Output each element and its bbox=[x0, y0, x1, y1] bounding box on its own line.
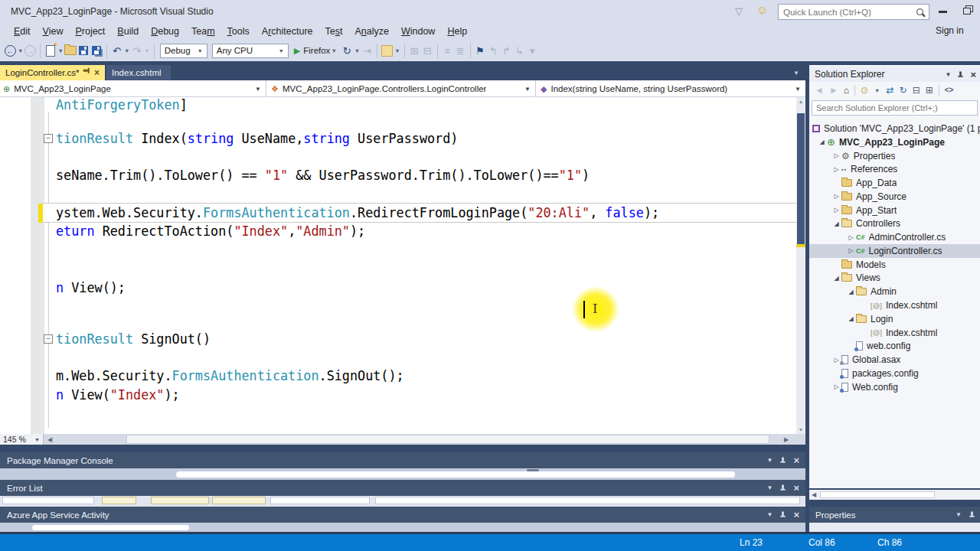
clear-bookmarks-icon[interactable]: ↳ bbox=[513, 44, 526, 57]
minimize-button[interactable] bbox=[939, 11, 947, 13]
tree-item-index-cshtml[interactable]: [@]Index.cshtml bbox=[809, 326, 980, 340]
close-tab-icon[interactable]: × bbox=[94, 68, 100, 77]
expand-arrow-icon[interactable]: ▷ bbox=[831, 152, 841, 159]
solution-configuration-dropdown[interactable]: Debug▼ bbox=[160, 44, 207, 58]
menu-team[interactable]: Team bbox=[185, 23, 221, 40]
expand-arrow-icon[interactable]: ▷ bbox=[846, 247, 856, 254]
expand-arrow-icon[interactable]: ▷ bbox=[831, 166, 841, 173]
undo-icon[interactable]: ↶ bbox=[110, 44, 123, 57]
tree-item-models[interactable]: Models bbox=[809, 258, 980, 272]
tree-item-controllers[interactable]: ◢Controllers bbox=[809, 217, 980, 230]
window-position-icon[interactable]: ▼ bbox=[766, 511, 773, 518]
collapse-all-icon[interactable]: ⊟ bbox=[913, 86, 920, 95]
expand-arrow-icon[interactable]: ▷ bbox=[831, 207, 841, 214]
menu-debug[interactable]: Debug bbox=[145, 23, 185, 40]
solution-explorer-search-input[interactable] bbox=[812, 103, 977, 112]
dropdown-arrow-icon[interactable]: ▼ bbox=[394, 47, 400, 54]
new-file-icon[interactable] bbox=[44, 44, 57, 57]
open-file-icon[interactable] bbox=[64, 44, 77, 57]
messages-filter-button[interactable] bbox=[212, 497, 266, 504]
window-position-icon[interactable]: ▼ bbox=[766, 484, 773, 491]
tree-item-web-config[interactable]: ▷Web.config bbox=[809, 380, 980, 394]
feedback-smiley-icon[interactable]: ☺ bbox=[756, 3, 768, 16]
scrollbar-thumb[interactable] bbox=[820, 491, 935, 498]
dropdown-arrow-icon[interactable]: ▼ bbox=[354, 47, 360, 54]
navigate-back-icon[interactable]: ← bbox=[5, 45, 16, 57]
horizontal-scrollbar-thumb[interactable] bbox=[126, 435, 769, 444]
expand-arrow-icon[interactable]: ◢ bbox=[831, 220, 841, 227]
increase-indent-icon[interactable]: ≣ bbox=[454, 44, 467, 57]
tree-item-app-start[interactable]: ▷App_Start bbox=[809, 204, 980, 217]
refresh-icon[interactable]: ↻ bbox=[900, 86, 907, 95]
code-editor[interactable]: AntiForgeryToken]tionResult Index(string… bbox=[0, 97, 805, 434]
previous-bookmark-icon[interactable]: ↰ bbox=[487, 44, 500, 57]
quick-launch-input[interactable] bbox=[779, 8, 916, 17]
solution-explorer-hscrollbar[interactable]: ◀ bbox=[809, 490, 980, 500]
editor-zoom-selector[interactable]: 145 % ▼ bbox=[0, 434, 44, 445]
navigate-forward-icon[interactable]: → bbox=[24, 45, 36, 57]
menu-test[interactable]: Test bbox=[319, 23, 349, 40]
dropdown-arrow-icon[interactable]: ▼ bbox=[18, 47, 23, 54]
tree-item-app-source[interactable]: ▷App_Source bbox=[809, 190, 980, 204]
navigate-editor-icon[interactable]: ⊞ bbox=[408, 44, 421, 57]
properties-panel-header[interactable]: Properties ▼ bbox=[809, 507, 980, 523]
feedback-filter-icon[interactable]: ▽ bbox=[735, 5, 743, 17]
menu-project[interactable]: Project bbox=[69, 23, 111, 40]
dropdown-arrow-icon[interactable]: ▼ bbox=[124, 47, 129, 54]
tree-item-solution-mvc-app23-loginpage-1-project[interactable]: Solution 'MVC_App23_LoginPage' (1 projec… bbox=[809, 122, 980, 135]
expand-arrow-icon[interactable]: ◢ bbox=[846, 289, 856, 295]
window-position-icon[interactable]: ▼ bbox=[956, 511, 962, 518]
back-icon[interactable]: ◄ bbox=[815, 86, 824, 95]
document-list-dropdown-icon[interactable]: ▼ bbox=[793, 70, 799, 77]
view-code-icon[interactable]: <> bbox=[945, 86, 954, 94]
expand-arrow-icon[interactable]: ◢ bbox=[846, 315, 856, 322]
menu-analyze[interactable]: Analyze bbox=[348, 23, 394, 40]
next-bookmark-icon[interactable]: ↱ bbox=[500, 44, 513, 57]
type-dropdown[interactable]: ❖ MVC_App23_LoginPage.Controllers.LoginC… bbox=[268, 80, 536, 97]
decrease-indent-icon[interactable]: ≡ bbox=[441, 44, 454, 57]
tree-item-login[interactable]: ◢Login bbox=[809, 312, 980, 326]
menu-tools[interactable]: Tools bbox=[221, 23, 256, 40]
expand-arrow-icon[interactable]: ▷ bbox=[831, 193, 841, 200]
auto-hide-pin-icon[interactable] bbox=[780, 511, 786, 518]
show-all-files-icon[interactable]: ⊞ bbox=[926, 86, 933, 95]
solution-explorer-header[interactable]: Solution Explorer ▼× bbox=[809, 67, 980, 82]
tab-logincontroller[interactable]: LoginController.cs* × bbox=[0, 65, 105, 80]
auto-hide-pin-icon[interactable] bbox=[780, 457, 786, 464]
scroll-left-icon[interactable]: ◀ bbox=[47, 436, 52, 443]
menu-architecture[interactable]: Architecture bbox=[256, 23, 319, 40]
menu-edit[interactable]: Edit bbox=[8, 23, 37, 40]
package-manager-console-header[interactable]: Package Manager Console ▼× bbox=[0, 452, 805, 468]
toolbar-overflow-icon[interactable]: ▾ bbox=[526, 44, 539, 57]
close-icon[interactable]: × bbox=[793, 510, 799, 520]
tab-index-cshtml[interactable]: Index.cshtml bbox=[106, 65, 171, 80]
window-position-icon[interactable]: ▼ bbox=[766, 457, 773, 464]
quick-launch-box[interactable] bbox=[778, 4, 929, 20]
error-list-header[interactable]: Error List ▼× bbox=[0, 480, 805, 496]
sync-with-active-document-icon[interactable]: ⇄ bbox=[887, 86, 894, 95]
collapse-region-button[interactable]: − bbox=[44, 334, 53, 344]
tree-item-references[interactable]: ▷▪▪References bbox=[809, 162, 980, 176]
expand-arrow-icon[interactable]: ▷ bbox=[846, 234, 856, 241]
auto-hide-pin-icon[interactable] bbox=[958, 71, 964, 78]
editor-vertical-scrollbar[interactable]: ▲ ▼ bbox=[796, 97, 805, 434]
menu-window[interactable]: Window bbox=[395, 23, 441, 40]
tree-item-admin[interactable]: ◢Admin bbox=[809, 285, 980, 298]
tree-item-properties[interactable]: ▷⚙Properties bbox=[809, 149, 980, 163]
dropdown-arrow-icon[interactable]: ▼ bbox=[57, 47, 63, 54]
dropdown-arrow-icon[interactable]: ▼ bbox=[874, 87, 880, 94]
tree-item-logincontroller-cs[interactable]: ▷C#LoginController.cs bbox=[809, 244, 980, 258]
dropdown-arrow-icon[interactable]: ▼ bbox=[331, 47, 336, 54]
pin-tab-icon[interactable] bbox=[83, 71, 90, 73]
errors-filter-button[interactable] bbox=[102, 497, 136, 504]
pending-changes-filter-icon[interactable]: ⊙ bbox=[861, 86, 868, 95]
save-all-icon[interactable] bbox=[90, 44, 103, 57]
restore-button[interactable] bbox=[963, 5, 973, 15]
expand-arrow-icon[interactable]: ◢ bbox=[817, 139, 827, 145]
member-dropdown[interactable]: ◆ Index(string UseName, string UserPassw… bbox=[537, 80, 805, 97]
redo-icon[interactable]: ↷ bbox=[130, 44, 143, 57]
find-in-files-icon[interactable] bbox=[381, 44, 394, 57]
close-icon[interactable]: × bbox=[970, 70, 976, 80]
tree-item-global-asax[interactable]: ▷Global.asax bbox=[809, 353, 980, 367]
home-icon[interactable]: ⌂ bbox=[844, 86, 849, 95]
